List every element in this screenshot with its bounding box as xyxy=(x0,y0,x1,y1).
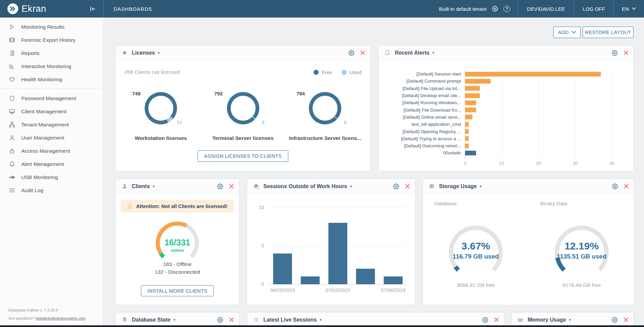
close-icon[interactable] xyxy=(229,184,234,188)
sidebar-item-audit-log[interactable]: Audit Log xyxy=(0,184,103,197)
chevron-down-icon[interactable]: ▾ xyxy=(153,184,154,188)
sidebar-item-password-management[interactable]: Password Management xyxy=(0,92,103,105)
chevron-down-icon[interactable]: ▾ xyxy=(320,318,321,322)
widget-title[interactable]: Storage Usage xyxy=(439,183,477,189)
sidebar-item-client-management[interactable]: Client Management xyxy=(0,105,103,118)
gear-icon[interactable] xyxy=(482,317,488,323)
alert-category-label: [Default] Session start xyxy=(388,71,465,77)
sidebar-item-interactive-monitoring[interactable]: Interactive Monitoring xyxy=(0,60,103,73)
sidebar-item-alert-management[interactable]: Alert Management xyxy=(0,157,103,171)
gear-icon[interactable] xyxy=(217,317,223,323)
add-button[interactable]: ADD xyxy=(553,27,581,38)
licenses-widget: Licenses ▾ 266 Clients not licensed Free… xyxy=(115,45,371,171)
session-bar[interactable] xyxy=(328,223,347,284)
widget-title[interactable]: Latest Live Sessions xyxy=(263,317,317,323)
chevron-down-icon[interactable]: ▾ xyxy=(433,51,434,55)
alert-category-label: [Default] Opening Registry ... xyxy=(388,129,465,134)
current-user[interactable]: DEV\DAVID.LEE xyxy=(518,0,574,18)
language-selector[interactable]: EN xyxy=(614,0,644,18)
alert-bar[interactable] xyxy=(465,79,491,84)
alert-bar-track xyxy=(465,93,612,98)
add-button-label: ADD xyxy=(558,30,569,35)
gear-icon[interactable] xyxy=(393,183,399,189)
close-icon[interactable] xyxy=(624,318,628,322)
tenant-settings-gear-icon[interactable] xyxy=(492,6,498,12)
recent-alerts-widget-body: [Default] Session start[Default] Command… xyxy=(379,60,634,171)
session-bar[interactable] xyxy=(356,269,375,284)
legend-used-label: Used xyxy=(350,69,361,75)
session-bar[interactable] xyxy=(273,254,292,284)
assign-licenses-button[interactable]: ASSIGN LICENSES TO CLIENTS xyxy=(198,150,289,162)
sidebar: Monitoring ResultsForensic Export Histor… xyxy=(0,18,104,327)
alert-bar[interactable] xyxy=(465,86,480,91)
chevron-down-icon[interactable]: ▾ xyxy=(569,318,571,322)
sidebar-item-user-management[interactable]: User Management xyxy=(0,131,103,144)
alert-bar[interactable] xyxy=(465,129,469,134)
used-count: 51 xyxy=(177,119,182,125)
nav-dashboards[interactable]: DASHBOARDS xyxy=(104,0,162,18)
alert-bar[interactable] xyxy=(465,151,476,155)
chevron-down-icon[interactable]: ▾ xyxy=(350,184,352,188)
close-icon[interactable] xyxy=(229,318,234,322)
widget-title[interactable]: Sessions Outside of Work Hours xyxy=(263,183,347,189)
chart-x-axis: 010203040 xyxy=(465,159,612,167)
alert-bar[interactable] xyxy=(465,108,476,112)
chevron-down-icon[interactable]: ▾ xyxy=(480,184,481,188)
widget-title[interactable]: Database State xyxy=(132,317,171,323)
close-icon[interactable] xyxy=(405,184,410,188)
restore-layout-button[interactable]: RESTORE LAYOUT xyxy=(583,27,634,38)
logoff-button[interactable]: LOG OFF xyxy=(574,0,613,18)
helpdesk-email-link[interactable]: helpdesk@ekransystem.com xyxy=(36,316,86,320)
online-count: 16/331 xyxy=(149,238,206,247)
close-icon[interactable] xyxy=(360,51,365,55)
chevron-down-icon xyxy=(632,7,636,10)
sidebar-item-forensic-export-history[interactable]: Forensic Export History xyxy=(0,33,103,47)
gear-icon[interactable] xyxy=(612,183,618,189)
chevron-down-icon[interactable]: ▾ xyxy=(158,51,159,55)
sidebar-item-label: Forensic Export History xyxy=(21,37,76,43)
free-dot-icon xyxy=(314,70,319,75)
session-bar[interactable] xyxy=(384,276,403,284)
close-icon[interactable] xyxy=(624,51,628,55)
alert-category-label: [Default] Online email servi... xyxy=(388,115,465,120)
sidebar-item-usb-monitoring[interactable]: USB Monitoring xyxy=(0,171,103,184)
x-tick-label: 06/29/2023 xyxy=(270,288,295,293)
sidebar-item-monitoring-results[interactable]: Monitoring Results xyxy=(0,20,103,33)
alert-bar[interactable] xyxy=(465,100,476,105)
sidebar-item-reports[interactable]: Reports xyxy=(0,47,103,60)
alert-bar-track xyxy=(465,122,612,127)
widget-title[interactable]: Licenses xyxy=(132,50,155,56)
alert-bar[interactable] xyxy=(465,115,472,119)
sidebar-item-health-monitoring[interactable]: Health Monitoring xyxy=(0,73,103,86)
sidebar-collapse-icon[interactable] xyxy=(89,5,97,13)
alert-bar-row: [Default] File Download fro... xyxy=(388,106,612,113)
alert-bar[interactable] xyxy=(465,122,469,127)
sidebar-item-label: Monitoring Results xyxy=(21,24,64,30)
widget-title[interactable]: Memory Usage xyxy=(528,317,566,323)
install-more-clients-button[interactable]: INSTALL MORE CLIENTS xyxy=(141,285,214,296)
gear-icon[interactable] xyxy=(217,183,223,189)
widget-title[interactable]: Clients xyxy=(132,183,150,189)
chart-bars: [Default] Session start[Default] Command… xyxy=(388,70,612,157)
widget-title[interactable]: Recent Alerts xyxy=(395,50,430,56)
session-bar[interactable] xyxy=(301,276,320,284)
home-icon xyxy=(253,183,259,189)
alert-bar[interactable] xyxy=(465,93,480,98)
sidebar-item-access-management[interactable]: Access Management xyxy=(0,144,103,157)
close-icon[interactable] xyxy=(494,318,499,322)
alert-bar[interactable] xyxy=(465,72,601,77)
recent-alerts-chart: [Default] Session start[Default] Command… xyxy=(388,70,612,167)
gear-icon[interactable] xyxy=(612,317,618,323)
questions-prefix: Got questions? xyxy=(8,316,36,320)
storage-widget-body: Database 3.67% 116.79 GB used 3068.91 GB… xyxy=(423,194,634,305)
alert-bar-track xyxy=(465,129,612,134)
gear-icon[interactable] xyxy=(348,50,354,56)
close-icon[interactable] xyxy=(624,184,628,188)
sidebar-item-tenant-management[interactable]: Tenant Management xyxy=(0,118,103,131)
sidebar-item-label: Reports xyxy=(21,50,39,56)
alert-bar[interactable] xyxy=(465,144,469,148)
gear-icon[interactable] xyxy=(612,50,618,56)
alert-bar[interactable] xyxy=(465,136,469,141)
help-icon[interactable]: ? xyxy=(503,5,510,12)
chevron-down-icon[interactable]: ▾ xyxy=(174,318,175,322)
